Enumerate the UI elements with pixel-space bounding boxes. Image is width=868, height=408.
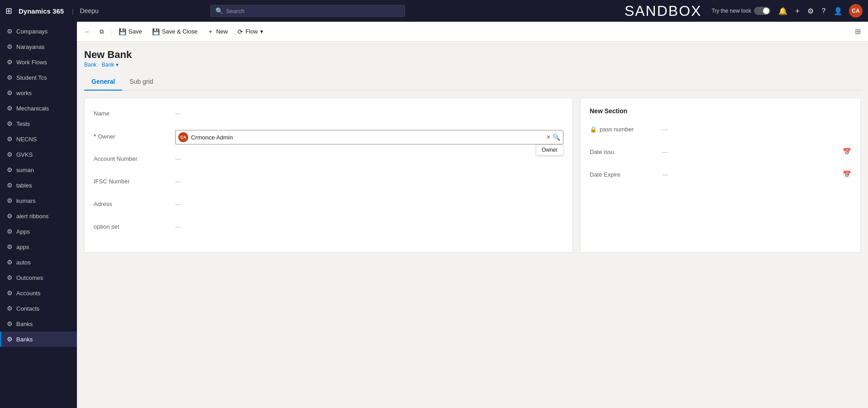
save-close-button[interactable]: 💾 Save & Close [148, 26, 202, 38]
sidebar-item-banks2[interactable]: ⚙ Banks [0, 331, 77, 347]
kumars-icon: ⚙ [7, 197, 13, 204]
sidebar-item-accounts[interactable]: ⚙ Accounts [0, 285, 77, 301]
pass-number-row: 🔒 pass number --- [590, 122, 851, 136]
new-look-toggle[interactable] [754, 7, 770, 15]
ifsc-number-value[interactable]: --- [175, 175, 563, 185]
workflows-icon: ⚙ [7, 58, 13, 66]
address-field-row: Adress --- [94, 198, 563, 212]
avatar[interactable]: CA [849, 4, 863, 18]
companays-icon: ⚙ [7, 28, 13, 35]
flow-icon: ⟳ [238, 28, 243, 35]
notification-icon[interactable]: 🔔 [778, 7, 787, 15]
address-value[interactable]: --- [175, 198, 563, 207]
save-label: Save [129, 28, 142, 35]
suman-icon: ⚙ [7, 166, 13, 173]
date-expire-row: Date Expire --- 📅 [590, 167, 851, 182]
breadcrumb-bank2-link[interactable]: Bank [102, 62, 114, 68]
sidebar-item-kumars[interactable]: ⚙ kumars [0, 193, 77, 208]
new-section-title: New Section [590, 107, 851, 115]
sidebar-item-outcomes[interactable]: ⚙ Outcomes [0, 270, 77, 285]
narayanas-icon: ⚙ [7, 43, 13, 50]
date-issu-calendar-icon[interactable]: 📅 [843, 148, 851, 156]
date-issu-value[interactable]: --- [662, 149, 843, 155]
sidebar-item-works[interactable]: ⚙ works [0, 85, 77, 101]
breadcrumb-bank-link[interactable]: Bank [84, 62, 96, 68]
sidebar-item-contacts[interactable]: ⚙ Contacts [0, 301, 77, 316]
breadcrumb-dropdown-icon[interactable]: ▾ [116, 62, 119, 68]
nav-icons: 🔔 ＋ ⚙ ？ 👤 CA [778, 4, 863, 18]
pass-number-label: 🔒 pass number [590, 126, 662, 133]
owner-field[interactable]: CA Crmonce Admin ✕ 🔍 [175, 130, 563, 144]
main-form-section: Name --- * Owner CA Crmonce Admin [84, 98, 573, 253]
sidebar-item-gvks[interactable]: ⚙ GVKS [0, 147, 77, 162]
sidebar-item-label: autos [16, 259, 31, 266]
sidebar-item-necns[interactable]: ⚙ NECNS [0, 131, 77, 147]
ifsc-number-label: IFSC Number [94, 175, 175, 185]
works-icon: ⚙ [7, 89, 13, 96]
outcomes-icon: ⚙ [7, 274, 13, 281]
date-expire-calendar-icon[interactable]: 📅 [843, 170, 851, 178]
date-expire-value[interactable]: --- [662, 171, 843, 178]
sidebar-item-apps2[interactable]: ⚙ apps [0, 239, 77, 254]
new-section: New Section 🔒 pass number --- Date issu … [580, 98, 861, 253]
sidebar-item-label: Banks [16, 336, 33, 343]
search-bar: 🔍 [210, 5, 405, 17]
sidebar-item-label: NECNS [16, 136, 37, 143]
lock-icon: 🔒 [590, 126, 597, 133]
tab-subgrid[interactable]: Sub grid [122, 73, 160, 91]
account-number-value[interactable]: --- [175, 153, 563, 162]
sidebar-item-suman[interactable]: ⚙ suman [0, 162, 77, 178]
corner-settings-icon[interactable]: ⊞ [851, 25, 864, 38]
sidebar-item-studenttcs[interactable]: ⚙ Student Tcs [0, 70, 77, 85]
new-icon: ＋ [207, 28, 214, 36]
help-icon[interactable]: ？ [820, 6, 827, 16]
tab-general[interactable]: General [84, 73, 122, 91]
sidebar-item-tests[interactable]: ⚙ Tests [0, 116, 77, 131]
try-new-look-container: Try the new look [711, 7, 770, 15]
form-layout: Name --- * Owner CA Crmonce Admin [84, 98, 861, 253]
pass-number-value[interactable]: --- [662, 126, 851, 133]
owner-label: * Owner [94, 130, 175, 140]
flow-button[interactable]: ⟳ Flow ▾ [233, 26, 267, 38]
save-close-icon: 💾 [152, 28, 160, 35]
back-button[interactable]: ← [81, 26, 94, 38]
name-label: Name [94, 107, 175, 117]
settings-icon[interactable]: ⚙ [807, 7, 814, 15]
sidebar-item-banks[interactable]: ⚙ Banks [0, 316, 77, 331]
user-icon[interactable]: 👤 [834, 7, 843, 15]
open-in-window-icon: ⧉ [100, 28, 104, 35]
sidebar-item-apps[interactable]: ⚙ Apps [0, 224, 77, 239]
main-layout: ⚙ Companays ⚙ Narayanas ⚙ Work Flows ⚙ S… [0, 22, 868, 408]
sidebar-item-alertribbons[interactable]: ⚙ alert ribbons [0, 208, 77, 224]
owner-close-icon[interactable]: ✕ [546, 134, 551, 140]
owner-search-icon[interactable]: 🔍 [553, 134, 560, 141]
sidebar-item-label: GVKS [16, 151, 33, 158]
waffle-icon[interactable]: ⊞ [5, 6, 12, 16]
open-in-window-button[interactable]: ⧉ [95, 26, 108, 38]
add-icon[interactable]: ＋ [794, 6, 801, 16]
breadcrumb-separator: · [98, 62, 100, 68]
sidebar-item-mechanicals[interactable]: ⚙ Mechanicals [0, 101, 77, 116]
gvks-icon: ⚙ [7, 151, 13, 158]
sidebar-item-narayanas[interactable]: ⚙ Narayanas [0, 39, 77, 54]
sidebar-item-label: apps [16, 244, 29, 250]
account-number-label: Account Number [94, 153, 175, 162]
date-issu-row: Date issu --- 📅 [590, 144, 851, 159]
save-icon: 💾 [119, 28, 126, 35]
sidebar-item-autos[interactable]: ⚙ autos [0, 254, 77, 270]
banks-icon: ⚙ [7, 320, 13, 327]
apps-icon: ⚙ [7, 228, 13, 235]
sidebar-item-companays[interactable]: ⚙ Companays [0, 24, 77, 39]
name-value[interactable]: --- [175, 107, 563, 117]
tests-icon: ⚙ [7, 120, 13, 127]
new-button[interactable]: ＋ New [203, 25, 232, 38]
sidebar-item-workflows[interactable]: ⚙ Work Flows [0, 54, 77, 70]
content-area: ← ⧉ 💾 Save 💾 Save & Close ＋ New ⟳ Flow ▾ [77, 22, 868, 408]
option-set-value[interactable]: --- [175, 221, 563, 230]
save-button[interactable]: 💾 Save [114, 26, 147, 38]
option-set-label: option set [94, 221, 175, 230]
sidebar-item-label: Tests [16, 120, 30, 127]
sidebar-item-tables[interactable]: ⚙ tables [0, 178, 77, 193]
search-input[interactable] [226, 8, 400, 14]
record-breadcrumb: Bank · Bank ▾ [84, 62, 861, 68]
